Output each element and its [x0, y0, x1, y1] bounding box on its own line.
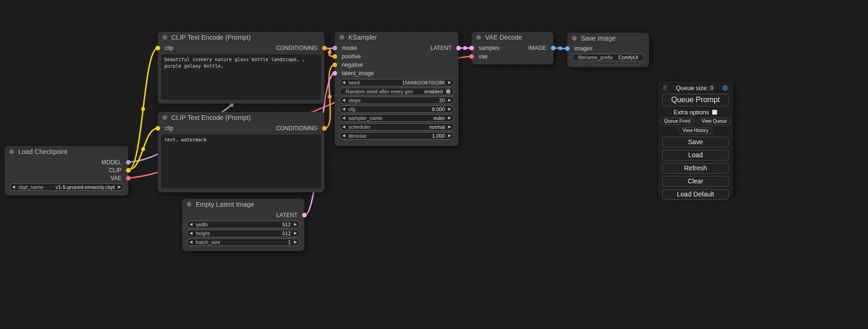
positive-prompt-textarea[interactable]: beautiful scenery nature glass bottle la… — [161, 54, 321, 100]
queue-front-button[interactable]: Queue Front — [660, 118, 694, 125]
increment-arrow-icon[interactable]: ▶ — [448, 98, 451, 102]
port-clip-input[interactable] — [155, 46, 160, 50]
increment-arrow-icon[interactable]: ▶ — [294, 240, 297, 244]
collapse-dot-icon[interactable] — [162, 35, 167, 40]
port-label-clip: CLIP — [109, 167, 121, 174]
decrement-arrow-icon[interactable]: ◀ — [190, 223, 192, 226]
widget-label: height — [196, 231, 210, 236]
view-queue-button[interactable]: View Queue — [697, 118, 731, 125]
widget-label: steps — [348, 98, 360, 103]
node-title-bar[interactable]: Empty Latent Image — [182, 199, 304, 210]
collapse-dot-icon[interactable] — [187, 202, 191, 207]
node-title-bar[interactable]: Save Image — [567, 33, 649, 44]
decrement-arrow-icon[interactable]: ◀ — [342, 134, 345, 138]
negative-prompt-textarea[interactable]: text, watermark — [161, 134, 321, 189]
queue-menu-panel: ⠿ Queue size: 0 ⚙ Queue Prompt Extra opt… — [658, 82, 733, 196]
widget-cfg[interactable]: ◀ cfg 8.000 ▶ — [339, 105, 454, 113]
input-row-positive: positive — [335, 52, 459, 61]
widget-random-seed-toggle[interactable]: Random seed after every gen enabled — [339, 88, 454, 95]
queue-prompt-button[interactable]: Queue Prompt — [662, 94, 729, 106]
node-save-image[interactable]: Save Image images filename_prefix ComfyU… — [567, 33, 649, 67]
port-conditioning-output[interactable] — [322, 46, 327, 50]
port-model-input[interactable] — [332, 46, 337, 50]
decrement-arrow-icon[interactable]: ◀ — [190, 231, 192, 235]
settings-gear-icon[interactable]: ⚙ — [722, 84, 728, 91]
collapse-dot-icon[interactable] — [339, 35, 344, 40]
widget-value: enabled — [424, 89, 443, 94]
port-label-vae: VAE — [111, 175, 121, 182]
widget-scheduler[interactable]: ◀ scheduler normal ▶ — [339, 123, 454, 131]
increment-arrow-icon[interactable]: ▶ — [294, 223, 297, 226]
node-ksampler[interactable]: KSampler model LATENT positive negative … — [335, 32, 459, 146]
port-clip-input[interactable] — [155, 126, 160, 131]
widget-steps[interactable]: ◀ steps 20 ▶ — [339, 97, 454, 104]
widget-sampler-name[interactable]: ◀ sampler_name euler ▶ — [339, 114, 454, 122]
widget-seed[interactable]: ◀ seed 156680208700286 ▶ — [339, 79, 454, 86]
refresh-button[interactable]: Refresh — [662, 163, 729, 174]
increment-arrow-icon[interactable]: ▶ — [448, 107, 451, 111]
save-button[interactable]: Save — [662, 137, 729, 147]
widget-filename-prefix[interactable]: filename_prefix ComfyUI — [572, 54, 644, 61]
widget-batch-size[interactable]: ◀ batch_size 1 ▶ — [187, 238, 300, 246]
node-title: CLIP Text Encode (Prompt) — [171, 114, 251, 121]
port-latent-output[interactable] — [302, 213, 307, 217]
drag-handle-icon[interactable]: ⠿ — [663, 85, 667, 91]
decrement-arrow-icon[interactable]: ◀ — [12, 185, 15, 189]
port-positive-input[interactable] — [332, 54, 337, 59]
port-images-input[interactable] — [565, 46, 570, 51]
collapse-dot-icon[interactable] — [572, 36, 577, 41]
port-label-conditioning: CONDITIONING — [276, 45, 318, 51]
toggle-on-icon[interactable] — [446, 89, 451, 94]
decrement-arrow-icon[interactable]: ◀ — [342, 125, 345, 129]
decrement-arrow-icon[interactable]: ◀ — [342, 81, 345, 84]
port-conditioning-output[interactable] — [322, 126, 327, 131]
view-history-button[interactable]: View History — [678, 127, 713, 134]
node-title-bar[interactable]: CLIP Text Encode (Prompt) — [158, 32, 325, 43]
increment-arrow-icon[interactable]: ▶ — [294, 231, 297, 235]
widget-value: 156680208700286 — [402, 80, 445, 85]
node-vae-decode[interactable]: VAE Decode samples IMAGE vae — [472, 32, 553, 64]
collapse-dot-icon[interactable] — [162, 115, 167, 120]
port-vae-input[interactable] — [469, 54, 474, 59]
increment-arrow-icon[interactable]: ▶ — [448, 125, 451, 129]
decrement-arrow-icon[interactable]: ◀ — [342, 107, 345, 111]
load-button[interactable]: Load — [662, 150, 729, 161]
node-title-bar[interactable]: KSampler — [335, 32, 459, 43]
widget-denoise[interactable]: ◀ denoise 1.000 ▶ — [339, 132, 454, 140]
node-title: Empty Latent Image — [196, 201, 254, 208]
port-latent-output[interactable] — [456, 46, 461, 50]
port-samples-input[interactable] — [469, 46, 474, 50]
increment-arrow-icon[interactable]: ▶ — [448, 116, 451, 120]
node-title-bar[interactable]: CLIP Text Encode (Prompt) — [158, 112, 325, 123]
node-clip-text-encode-positive[interactable]: CLIP Text Encode (Prompt) clip CONDITION… — [158, 32, 325, 104]
extra-options-checkbox[interactable] — [712, 110, 717, 115]
node-title-bar[interactable]: Load Checkpoint — [5, 146, 128, 157]
port-clip-output[interactable] — [126, 168, 131, 173]
collapse-dot-icon[interactable] — [476, 35, 481, 40]
widget-height[interactable]: ◀ height 512 ▶ — [187, 230, 300, 237]
port-negative-input[interactable] — [332, 63, 337, 67]
wire-midpoint-dot — [141, 107, 145, 111]
port-image-output[interactable] — [551, 46, 556, 50]
decrement-arrow-icon[interactable]: ◀ — [342, 116, 345, 120]
node-load-checkpoint[interactable]: Load Checkpoint MODEL CLIP VAE ◀ ckpt_na… — [5, 146, 128, 196]
increment-arrow-icon[interactable]: ▶ — [118, 185, 121, 189]
node-title-bar[interactable]: VAE Decode — [472, 32, 553, 43]
node-empty-latent-image[interactable]: Empty Latent Image LATENT ◀ width 512 ▶ … — [182, 199, 304, 251]
node-clip-text-encode-negative[interactable]: CLIP Text Encode (Prompt) clip CONDITION… — [158, 112, 325, 192]
port-latent-image-input[interactable] — [332, 71, 337, 76]
widget-width[interactable]: ◀ width 512 ▶ — [187, 221, 300, 228]
increment-arrow-icon[interactable]: ▶ — [448, 134, 451, 138]
port-model-output[interactable] — [126, 160, 131, 165]
decrement-arrow-icon[interactable]: ◀ — [190, 240, 192, 244]
widget-label: filename_prefix — [578, 55, 613, 60]
clear-button[interactable]: Clear — [662, 176, 729, 187]
port-vae-output[interactable] — [126, 176, 131, 181]
widget-ckpt-name[interactable]: ◀ ckpt_name v1-5-pruned-emaonly.ckpt ▶ — [9, 183, 124, 191]
decrement-arrow-icon[interactable]: ◀ — [342, 98, 345, 102]
widget-label: Random seed after every gen — [346, 89, 413, 94]
load-default-button[interactable]: Load Default — [662, 189, 729, 200]
widget-value: 1 — [288, 239, 291, 245]
increment-arrow-icon[interactable]: ▶ — [448, 81, 451, 84]
collapse-dot-icon[interactable] — [9, 149, 14, 154]
